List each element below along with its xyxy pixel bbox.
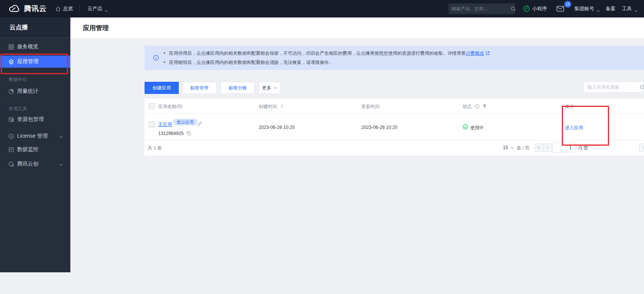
notice-line-1: 应用停用后，云点播应用内的相关数据和配置都会保留，不可访问，仍旧会产生相应的费用… <box>164 50 490 57</box>
tag-manage-button[interactable]: 标签管理 <box>182 82 217 94</box>
topbar: 腾讯云 总览 云产品 小程序 集团账号 <box>0 0 644 17</box>
home-icon <box>55 6 61 12</box>
brand-name: 腾讯云 <box>24 4 47 14</box>
sidebar-item-app-management[interactable]: 应用管理 <box>0 56 70 68</box>
sidebar-item-label: 用量统计 <box>17 88 38 95</box>
cloud-create-icon <box>8 161 14 167</box>
billing-overview-link-label: 计费概述 <box>466 51 484 56</box>
topnav-group-account[interactable]: 集团账号 <box>574 0 600 17</box>
billing-overview-link[interactable]: 计费概述 <box>466 51 484 56</box>
enter-app-link[interactable]: 进入应用 <box>565 125 583 131</box>
more-button[interactable]: 更多 <box>259 82 280 94</box>
sidebar-item-label: 资源包管理 <box>17 116 44 123</box>
create-app-button[interactable]: 创建应用 <box>145 82 179 94</box>
current-page-input[interactable] <box>552 143 575 153</box>
sidebar-item-label: 服务概览 <box>17 43 38 50</box>
total-pages-label: /1 页 <box>579 145 588 151</box>
sidebar-item-resource-pack[interactable]: 资源包管理 <box>0 113 70 126</box>
more-button-label: 更多 <box>262 85 271 91</box>
chevron-down-icon <box>59 133 63 139</box>
sidebar-item-service-overview[interactable]: 服务概览 <box>0 41 70 53</box>
tencent-cloud-logo[interactable]: 腾讯云 <box>8 0 47 17</box>
notice-banner: 应用停用后，云点播应用内的相关数据和配置都会保留，不可访问，仍旧会产生相应的费用… <box>145 46 644 70</box>
notice-line-2: 应用销毁后，云点播应用内的相关数据和配置都会清除，无法恢复，请谨慎操作。 <box>164 59 334 66</box>
copy-icon[interactable] <box>186 131 191 137</box>
mail-icon[interactable] <box>557 6 564 13</box>
page-title: 应用管理 <box>83 24 109 32</box>
chevron-down-icon <box>634 8 638 10</box>
grid-icon <box>8 44 14 50</box>
topnav-overview[interactable]: 总览 <box>55 0 73 17</box>
app-name-link[interactable]: 主应用 <box>158 121 172 128</box>
tag-split-button[interactable]: 标签分账 <box>221 82 255 94</box>
created-time: 2023-06-26 10:20 <box>259 125 295 130</box>
column-header-action: 操作 <box>565 103 574 110</box>
app-name-search-input[interactable] <box>587 84 639 90</box>
external-link-icon[interactable] <box>485 51 490 57</box>
select-all-checkbox[interactable] <box>149 103 155 109</box>
status-text: 使用中 <box>470 125 484 131</box>
next-page-button[interactable] <box>639 143 644 152</box>
sidebar-item-usage-stats[interactable]: 用量统计 <box>0 85 70 97</box>
sidebar-item-label: 数据监控 <box>17 146 38 153</box>
mail-badge: 15 <box>564 1 571 8</box>
sidebar-item-tencent-cloud-create[interactable]: 腾讯云创 <box>0 158 70 170</box>
column-header-status: 状态 <box>463 103 472 110</box>
column-header-created: 创建时间 <box>259 103 277 110</box>
page-size-select[interactable]: 15 <box>503 145 514 150</box>
sidebar-section-data-center: 数据中心 <box>0 76 70 83</box>
info-icon <box>153 55 159 62</box>
sidebar-item-label: 腾讯云创 <box>17 161 38 167</box>
topbar-search[interactable] <box>448 3 515 14</box>
page-header: 应用管理 <box>70 17 644 39</box>
sort-icon[interactable] <box>280 104 284 110</box>
topnav-miniprogram-label: 小程序 <box>532 5 547 12</box>
topnav-overview-label: 总览 <box>63 5 73 12</box>
layers-icon <box>8 59 14 65</box>
table-row-divider <box>145 140 644 140</box>
tools-label: 工具 <box>622 5 632 12</box>
row-checkbox[interactable] <box>149 121 155 127</box>
sidebar-item-license-management[interactable]: License 管理 <box>0 130 70 142</box>
topbar-search-input[interactable] <box>452 6 510 11</box>
notice-line-2-text: 应用销毁后，云点播应用内的相关数据和配置都会清除，无法恢复，请谨慎操作。 <box>169 60 334 65</box>
sidebar-item-label: 应用管理 <box>17 58 38 65</box>
topnav-miniprogram[interactable]: 小程序 <box>523 0 547 17</box>
per-page-label: 条 / 页 <box>517 145 530 151</box>
status-filter-icon[interactable] <box>482 104 487 110</box>
topbar-divider <box>80 5 80 13</box>
app-id: 1312984925 <box>158 131 184 136</box>
sidebar-item-data-monitor[interactable]: 数据监控 <box>0 143 70 156</box>
monitor-chart-icon <box>8 147 14 153</box>
chevron-down-icon <box>274 87 277 89</box>
topnav-tools[interactable]: 工具 <box>622 0 638 17</box>
package-icon <box>8 117 14 122</box>
sidebar: 云点播 服务概览 应用管理 数据中心 用量统计 常用工具 资源包管理 Licen… <box>0 17 70 272</box>
topnav-products-label: 云产品 <box>87 5 102 12</box>
prev-page-button[interactable] <box>544 143 552 152</box>
check-circle-icon <box>463 124 468 131</box>
sidebar-product-title: 云点播 <box>0 17 70 38</box>
search-icon[interactable] <box>510 6 516 12</box>
app-table: 应用名称/ID 创建时间 更新时间 状态 操作 主应用 默认应用 1312984… <box>145 99 644 156</box>
column-header-name: 应用名称/ID <box>158 103 182 110</box>
table-header-divider <box>145 114 644 114</box>
chevron-down-icon <box>105 8 108 10</box>
chevron-down-icon <box>59 161 63 167</box>
first-page-button[interactable] <box>535 143 543 152</box>
column-header-updated: 更新时间 <box>361 103 380 110</box>
topnav-beian[interactable]: 备案 <box>606 0 615 17</box>
sidebar-section-common-tools: 常用工具 <box>0 106 70 112</box>
topnav-products[interactable]: 云产品 <box>87 0 108 17</box>
edit-pencil-icon[interactable] <box>197 121 202 127</box>
cloud-logo-icon <box>8 4 21 13</box>
updated-time: 2023-06-26 10:20 <box>361 125 398 130</box>
page-size-value: 15 <box>503 145 508 150</box>
search-icon[interactable] <box>639 84 644 90</box>
notice-line-1-text: 应用停用后，云点播应用内的相关数据和配置都会保留，不可访问，仍旧会产生相应的费用… <box>169 51 466 56</box>
app-name-search[interactable] <box>583 81 644 93</box>
sidebar-item-label: License 管理 <box>17 133 48 140</box>
total-count: 共 1 条 <box>148 145 162 151</box>
group-account-label: 集团账号 <box>574 5 594 12</box>
status-info-icon[interactable] <box>475 104 480 110</box>
